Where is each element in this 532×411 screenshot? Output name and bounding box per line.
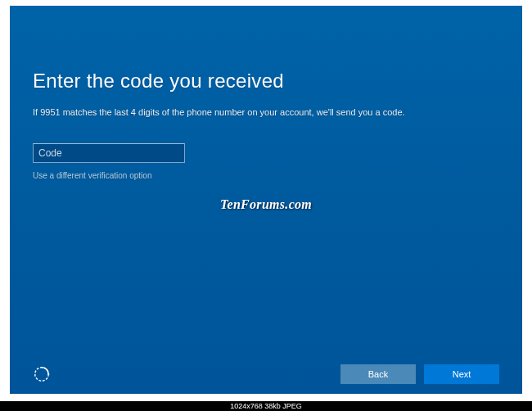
watermark-text: TenForums.com — [220, 197, 312, 212]
back-button[interactable]: Back — [340, 364, 416, 384]
bottom-bar: Back Next — [10, 364, 522, 384]
button-row: Back Next — [340, 364, 499, 384]
code-input[interactable] — [33, 143, 185, 163]
oobe-setup-screen: Enter the code you received If 9951 matc… — [10, 6, 522, 394]
next-button[interactable]: Next — [424, 364, 499, 384]
instruction-text: If 9951 matches the last 4 digits of the… — [33, 107, 499, 117]
alternate-verification-link[interactable]: Use a different verification option — [33, 171, 499, 180]
outer-frame: Enter the code you received If 9951 matc… — [0, 0, 532, 401]
page-title: Enter the code you received — [33, 70, 499, 93]
content-area: Enter the code you received If 9951 matc… — [10, 6, 522, 180]
image-metadata-footer: 1024x768 38kb JPEG — [0, 401, 532, 411]
ease-of-access-icon[interactable] — [33, 365, 51, 383]
